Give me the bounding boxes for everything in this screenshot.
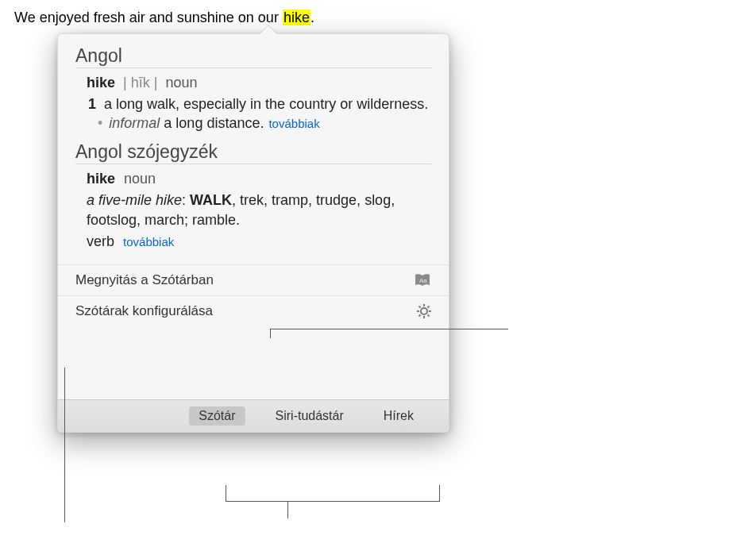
- dictionary-section-title: Angol: [75, 45, 431, 68]
- sense-definition: a long walk, especially in the country o…: [104, 94, 431, 114]
- tab-dictionary[interactable]: Szótár: [189, 406, 245, 426]
- open-in-dictionary-row[interactable]: Megnyitás a Szótárban Aa: [58, 264, 449, 295]
- dictionary-entry: hike | hīk | noun 1 a long walk, especia…: [75, 75, 431, 132]
- svg-point-1: [421, 308, 427, 314]
- sentence-suffix: .: [310, 10, 314, 25]
- lookup-popover: Angol hike | hīk | noun 1 a long walk, e…: [57, 33, 449, 433]
- thesaurus-word-line: hike noun: [87, 171, 431, 187]
- configure-dictionaries-row[interactable]: Szótárak konfigurálása: [58, 295, 449, 326]
- thesaurus-verb-line: verb továbbiak: [87, 233, 431, 250]
- thesaurus-section-title: Angol szójegyzék: [75, 141, 431, 164]
- thesaurus-pos: noun: [124, 171, 156, 187]
- callout-line: [270, 329, 508, 329]
- dictionary-sense: 1 a long walk, especially in the country…: [87, 94, 431, 114]
- thesaurus-primary: WALK: [190, 192, 232, 208]
- tab-siri-knowledge[interactable]: Siri-tudástár: [266, 406, 353, 426]
- source-sentence: We enjoyed fresh air and sunshine on our…: [14, 10, 314, 26]
- svg-line-9: [427, 306, 429, 307]
- dictionary-subsense: • informal a long distance. továbbiak: [87, 115, 431, 132]
- dictionary-word: hike: [87, 75, 115, 91]
- callout-line: [226, 501, 440, 502]
- callout-line: [64, 368, 65, 522]
- callout-line: [226, 485, 226, 501]
- bottom-tab-bar: Szótár Siri-tudástár Hírek: [58, 399, 449, 432]
- book-icon: Aa: [414, 273, 431, 287]
- svg-line-6: [419, 306, 421, 307]
- thesaurus-entry: hike noun a five-mile hike: WALK, trek, …: [75, 171, 431, 249]
- subsense-definition: a long distance.: [164, 115, 264, 132]
- svg-text:Aa: Aa: [419, 277, 427, 284]
- dictionary-more-link[interactable]: továbbiak: [268, 117, 319, 130]
- callout-line: [439, 485, 440, 501]
- sense-number: 1: [88, 94, 98, 114]
- svg-line-8: [419, 314, 421, 316]
- open-in-dictionary-label: Megnyitás a Szótárban: [75, 272, 214, 288]
- svg-line-7: [427, 314, 429, 316]
- popover-content: Angol hike | hīk | noun 1 a long walk, e…: [58, 34, 449, 264]
- callout-line: [270, 329, 271, 338]
- dictionary-pos: noun: [165, 75, 197, 91]
- thesaurus-example: a five-mile hike: [87, 192, 182, 208]
- thesaurus-verb-label: verb: [87, 233, 114, 249]
- callout-line: [287, 501, 288, 518]
- dictionary-pronunciation: | hīk |: [123, 75, 157, 91]
- subsense-tag: informal: [109, 115, 160, 132]
- thesaurus-more-link[interactable]: továbbiak: [123, 235, 174, 248]
- configure-dictionaries-label: Szótárak konfigurálása: [75, 303, 213, 319]
- thesaurus-synonyms: a five-mile hike: WALK, trek, tramp, tru…: [87, 191, 431, 230]
- thesaurus-word: hike: [87, 171, 115, 187]
- popover-spacer: [58, 326, 449, 399]
- sentence-prefix: We enjoyed fresh air and sunshine on our: [14, 10, 283, 25]
- tab-news[interactable]: Hírek: [374, 406, 423, 426]
- gear-icon: [417, 304, 431, 318]
- lookup-word-highlight[interactable]: hike: [283, 10, 310, 25]
- dictionary-word-line: hike | hīk | noun: [87, 75, 431, 91]
- bullet-icon: •: [98, 115, 102, 132]
